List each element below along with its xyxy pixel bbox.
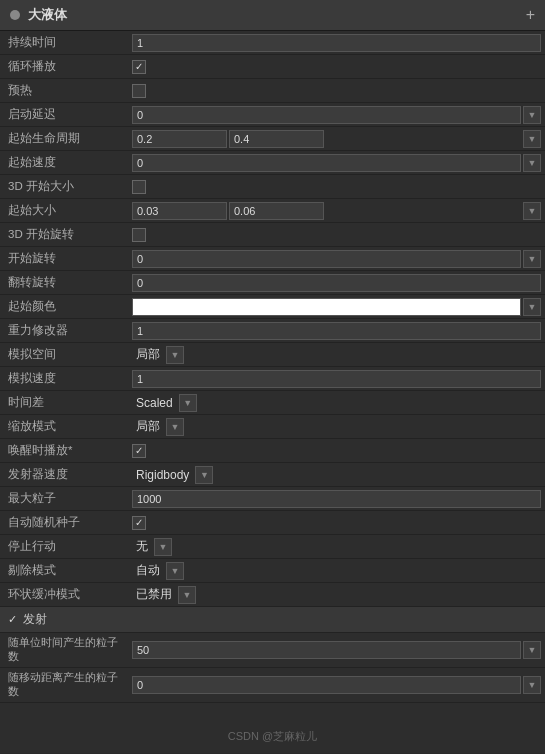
section-emission[interactable]: ✓ 发射 — [0, 607, 545, 633]
dropdown-rate-over-time[interactable]: ▼ — [523, 641, 541, 659]
dropdown-start-speed[interactable]: ▼ — [523, 154, 541, 172]
value-delta-time: Scaled ▼ — [128, 392, 545, 414]
section-emission-label: 发射 — [23, 611, 47, 628]
label-duration: 持续时间 — [0, 32, 128, 53]
value-loop — [128, 58, 545, 76]
value-3d-rotation — [128, 226, 545, 244]
checkbox-play-on-awake[interactable] — [132, 444, 146, 458]
dropdown-emitter-velocity[interactable]: ▼ — [195, 466, 213, 484]
checkbox-3d-size-box[interactable] — [132, 180, 146, 194]
title-bar: 大液体 + — [0, 0, 545, 31]
value-auto-random-seed — [128, 514, 545, 532]
value-culling-mode: 自动 ▼ — [128, 560, 545, 582]
checkbox-loop[interactable] — [132, 60, 146, 74]
text-sim-space: 局部 — [132, 346, 164, 363]
watermark: CSDN @芝麻粒儿 — [0, 729, 545, 744]
dropdown-ring-buffer[interactable]: ▼ — [178, 586, 196, 604]
input-lifetime-min[interactable] — [132, 130, 227, 148]
input-rate-over-distance[interactable] — [132, 676, 521, 694]
dropdown-delta-time[interactable]: ▼ — [179, 394, 197, 412]
row-delta-time: 时间差 Scaled ▼ — [0, 391, 545, 415]
value-start-delay: ▼ — [128, 104, 545, 126]
dropdown-rate-over-distance[interactable]: ▼ — [523, 676, 541, 694]
value-emitter-velocity: Rigidbody ▼ — [128, 464, 545, 486]
value-start-color: ▼ — [128, 296, 545, 318]
input-sim-speed[interactable] — [132, 370, 541, 388]
row-lifetime: 起始生命周期 ▼ — [0, 127, 545, 151]
label-stop-action: 停止行动 — [0, 536, 128, 557]
dropdown-start-delay[interactable]: ▼ — [523, 106, 541, 124]
label-start-rotation: 开始旋转 — [0, 248, 128, 269]
dropdown-sim-space[interactable]: ▼ — [166, 346, 184, 364]
value-3d-size — [128, 178, 545, 196]
input-start-rotation[interactable] — [132, 250, 521, 268]
row-start-speed: 起始速度 ▼ — [0, 151, 545, 175]
value-max-particles — [128, 488, 545, 510]
label-prewarm: 预热 — [0, 80, 128, 101]
row-emitter-velocity: 发射器速度 Rigidbody ▼ — [0, 463, 545, 487]
row-start-color: 起始颜色 ▼ — [0, 295, 545, 319]
row-3d-rotation: 3D 开始旋转 — [0, 223, 545, 247]
color-picker-start-color[interactable] — [132, 298, 521, 316]
label-start-size: 起始大小 — [0, 200, 128, 221]
dropdown-culling-mode[interactable]: ▼ — [166, 562, 184, 580]
value-scale-mode: 局部 ▼ — [128, 416, 545, 438]
checkbox-loop-box[interactable] — [132, 60, 146, 74]
label-gravity: 重力修改器 — [0, 320, 128, 341]
value-start-size: ▼ — [128, 200, 545, 222]
row-flip-rotation: 翻转旋转 — [0, 271, 545, 295]
label-auto-random-seed: 自动随机种子 — [0, 512, 128, 533]
input-rate-over-time[interactable] — [132, 641, 521, 659]
checkbox-auto-random-seed[interactable] — [132, 516, 146, 530]
input-start-speed[interactable] — [132, 154, 521, 172]
row-3d-size: 3D 开始大小 — [0, 175, 545, 199]
row-prewarm: 预热 — [0, 79, 545, 103]
dropdown-lifetime[interactable]: ▼ — [523, 130, 541, 148]
input-start-size-max[interactable] — [229, 202, 324, 220]
checkbox-prewarm[interactable] — [132, 84, 146, 98]
row-max-particles: 最大粒子 — [0, 487, 545, 511]
label-loop: 循环播放 — [0, 56, 128, 77]
value-play-on-awake — [128, 442, 545, 460]
label-sim-space: 模拟空间 — [0, 344, 128, 365]
value-start-rotation: ▼ — [128, 248, 545, 270]
checkbox-auto-random-seed-box[interactable] — [132, 516, 146, 530]
label-emitter-velocity: 发射器速度 — [0, 464, 128, 485]
label-start-color: 起始颜色 — [0, 296, 128, 317]
row-gravity: 重力修改器 — [0, 319, 545, 343]
dropdown-stop-action[interactable]: ▼ — [154, 538, 172, 556]
value-flip-rotation — [128, 272, 545, 294]
dropdown-start-rotation[interactable]: ▼ — [523, 250, 541, 268]
checkbox-3d-rotation-box[interactable] — [132, 228, 146, 242]
input-duration[interactable] — [132, 34, 541, 52]
section-emission-check: ✓ — [8, 613, 17, 626]
input-gravity[interactable] — [132, 322, 541, 340]
dropdown-start-color[interactable]: ▼ — [523, 298, 541, 316]
checkbox-prewarm-box[interactable] — [132, 84, 146, 98]
checkbox-3d-size[interactable] — [132, 180, 146, 194]
input-start-size-min[interactable] — [132, 202, 227, 220]
value-stop-action: 无 ▼ — [128, 536, 545, 558]
label-flip-rotation: 翻转旋转 — [0, 272, 128, 293]
input-start-delay[interactable] — [132, 106, 521, 124]
input-flip-rotation[interactable] — [132, 274, 541, 292]
input-lifetime-max[interactable] — [229, 130, 324, 148]
plus-button[interactable]: + — [526, 6, 535, 24]
text-ring-buffer: 已禁用 — [132, 586, 176, 603]
checkbox-3d-rotation[interactable] — [132, 228, 146, 242]
row-ring-buffer: 环状缓冲模式 已禁用 ▼ — [0, 583, 545, 607]
dropdown-scale-mode[interactable]: ▼ — [166, 418, 184, 436]
label-rate-over-time: 随单位时间产生的粒子数 — [0, 633, 128, 667]
row-rate-over-distance: 随移动距离产生的粒子数 ▼ — [0, 668, 545, 703]
input-max-particles[interactable] — [132, 490, 541, 508]
row-start-delay: 启动延迟 ▼ — [0, 103, 545, 127]
value-rate-over-distance: ▼ — [128, 674, 545, 696]
value-duration — [128, 32, 545, 54]
label-ring-buffer: 环状缓冲模式 — [0, 584, 128, 605]
dropdown-start-size[interactable]: ▼ — [523, 202, 541, 220]
checkbox-play-on-awake-box[interactable] — [132, 444, 146, 458]
label-scale-mode: 缩放模式 — [0, 416, 128, 437]
row-play-on-awake: 唤醒时播放* — [0, 439, 545, 463]
label-start-delay: 启动延迟 — [0, 104, 128, 125]
row-start-rotation: 开始旋转 ▼ — [0, 247, 545, 271]
